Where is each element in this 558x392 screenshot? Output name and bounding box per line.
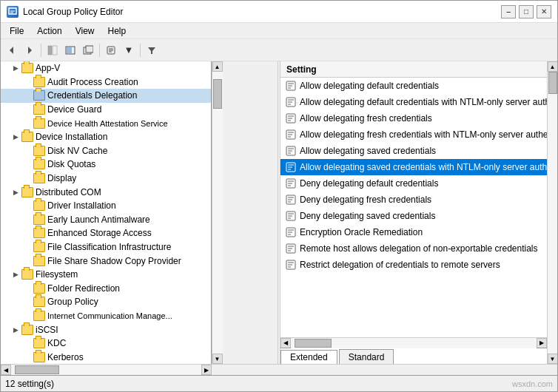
right-scroll-up[interactable]: ▲ [548, 61, 558, 72]
left-scroll-thumb[interactable] [213, 79, 222, 109]
policy-icon-0 [285, 80, 297, 92]
policy-item-11[interactable]: Restrict delegation of credentials to re… [280, 257, 547, 273]
maximize-button[interactable]: □ [519, 5, 534, 18]
tree-item-grouppol[interactable]: ▶ Group Policy [1, 295, 211, 309]
tree-label-devguard: Device Guard [47, 104, 101, 115]
policy-item-2[interactable]: Allow delegating fresh credentials [280, 110, 547, 126]
policy-item-0[interactable]: Allow delegating default credentials [280, 78, 547, 94]
tree-item-driver[interactable]: ▶ Driver Installation [1, 199, 211, 213]
tab-extended[interactable]: Extended [280, 350, 337, 364]
policy-label-1: Allow delegating default credentials wit… [300, 97, 547, 107]
properties-dropdown[interactable]: ▼ [121, 42, 137, 58]
policy-item-9[interactable]: Encryption Oracle Remediation [280, 224, 547, 240]
title-bar-left: Local Group Policy Editor [7, 6, 123, 18]
tree-label-driver: Driver Installation [47, 200, 116, 211]
minimize-button[interactable]: ‒ [501, 5, 516, 18]
expand-distcom[interactable]: ▶ [10, 186, 21, 198]
tree-item-distcom[interactable]: ▶ Distributed COM [1, 185, 211, 199]
console-button[interactable] [62, 42, 78, 58]
expand-iscsi[interactable]: ▶ [10, 324, 21, 336]
tab-standard[interactable]: Standard [339, 349, 394, 364]
properties-button[interactable] [103, 42, 119, 58]
tree-label-creds: Credentials Delegation [47, 90, 137, 101]
left-scroll-up[interactable]: ▲ [212, 61, 223, 72]
policy-item-3[interactable]: Allow delegating fresh credentials with … [280, 126, 547, 143]
close-button[interactable]: ✕ [537, 5, 551, 18]
tree-item-disknv[interactable]: ▶ Disk NV Cache [1, 144, 211, 158]
tree-item-devguard[interactable]: ▶ Device Guard [1, 103, 211, 117]
left-scroll-track[interactable] [212, 72, 223, 354]
tree-item-devinstall[interactable]: ▶ Device Installation [1, 130, 211, 144]
right-hscroll-right[interactable]: ▶ [537, 338, 547, 348]
tree-item-diskquota[interactable]: ▶ Disk Quotas [1, 158, 211, 172]
policy-item-4[interactable]: Allow delegating saved credentials [280, 143, 547, 159]
tree-item-fileshadow[interactable]: ▶ File Share Shadow Copy Provider [1, 254, 211, 268]
right-hscroll-left[interactable]: ◀ [280, 338, 291, 348]
show-hide-button[interactable] [44, 42, 61, 58]
policy-item-7[interactable]: Deny delegating fresh credentials [280, 192, 547, 208]
right-vscrollbar[interactable]: ▲ ▼ [547, 61, 557, 364]
folder-icon-kerberos [33, 352, 45, 362]
tree-item-creds[interactable]: ▶ Credentials Delegation [1, 89, 211, 103]
policy-item-10[interactable]: Remote host allows delegation of non-exp… [280, 240, 547, 257]
right-hscroll-thumb[interactable] [295, 339, 332, 348]
policy-item-8[interactable]: Deny delegating saved credentials [280, 208, 547, 224]
menu-file[interactable]: File [4, 24, 30, 38]
policy-icon-3 [285, 129, 297, 141]
toolbar-separator-2 [99, 44, 100, 57]
folder-icon-storage [33, 228, 45, 238]
folder-icon-devguard [33, 104, 45, 115]
policy-list: Allow delegating default credentials All… [280, 78, 547, 337]
policy-icon-2 [285, 112, 297, 124]
policy-item-6[interactable]: Deny delegating default credentials [280, 175, 547, 192]
tree-label-filesystem: Filesystem [36, 269, 78, 280]
tree-item-storage[interactable]: ▶ Enhanced Storage Access [1, 226, 211, 240]
expand-appv[interactable]: ▶ [10, 62, 21, 74]
policy-icon-11 [285, 259, 297, 271]
left-hscroll-left[interactable]: ◀ [1, 365, 11, 375]
left-hscroll-container[interactable]: ◀ ▶ [1, 365, 212, 375]
toolbar: ▼ [1, 39, 557, 61]
folder-icon-creds [33, 90, 45, 101]
policy-icon-1 [285, 96, 297, 108]
tree-item-audit[interactable]: ▶ Audit Process Creation [1, 75, 211, 89]
right-scroll-down[interactable]: ▼ [548, 354, 558, 364]
tree-item-folderredir[interactable]: ▶ Folder Redirection [1, 282, 211, 296]
left-hscroll-thumb[interactable] [15, 365, 59, 374]
policy-item-5[interactable]: Allow delegating saved credentials with … [280, 159, 547, 175]
tree-item-earlylch[interactable]: ▶ Early Launch Antimalware [1, 213, 211, 227]
tree-item-filesystem[interactable]: ▶ Filesystem [1, 268, 211, 282]
left-scroll-down[interactable]: ▼ [212, 354, 223, 364]
folder-icon-earlylch [33, 214, 45, 225]
tree-item-display[interactable]: ▶ Display [1, 172, 211, 186]
filter-button[interactable] [144, 42, 160, 58]
expand-filesystem[interactable]: ▶ [10, 268, 21, 280]
folder-icon-driver [33, 200, 45, 211]
right-hscroll-track[interactable] [291, 338, 537, 348]
policy-item-1[interactable]: Allow delegating default credentials wit… [280, 94, 547, 110]
back-button[interactable] [4, 42, 20, 58]
policy-icon-7 [285, 194, 297, 206]
expand-devinstall[interactable]: ▶ [10, 131, 21, 143]
svg-rect-10 [86, 46, 93, 53]
tree-item-kerberos[interactable]: ▶ Kerberos [1, 350, 211, 364]
tree-item-fileclassif[interactable]: ▶ File Classification Infrastructure [1, 240, 211, 254]
menu-action[interactable]: Action [31, 24, 67, 38]
tree-item-kdc[interactable]: ▶ KDC [1, 337, 211, 351]
new-window-button[interactable] [80, 42, 96, 58]
right-scroll-track[interactable] [548, 72, 558, 354]
left-hscroll-track[interactable] [11, 365, 201, 375]
forward-button[interactable] [21, 42, 38, 58]
menu-view[interactable]: View [70, 24, 101, 38]
left-vscrollbar[interactable]: ▲ ▼ [212, 61, 222, 364]
menu-help[interactable]: Help [102, 24, 132, 38]
right-scroll-thumb[interactable] [548, 72, 557, 94]
tree-item-iscsi[interactable]: ▶ iSCSI [1, 322, 211, 337]
tree-item-appv[interactable]: ▶ App-V [1, 61, 211, 75]
right-hscrollbar[interactable]: ◀ ▶ [280, 337, 547, 348]
tree-item-inetcomm[interactable]: ▶ Internet Communication Manage... [1, 309, 211, 323]
left-hscroll-right[interactable]: ▶ [201, 365, 212, 375]
toolbar-separator-1 [41, 44, 41, 57]
tree-label-storage: Enhanced Storage Access [47, 228, 152, 238]
tree-item-devhealth[interactable]: ▶ Device Health Attestation Service [1, 116, 211, 130]
